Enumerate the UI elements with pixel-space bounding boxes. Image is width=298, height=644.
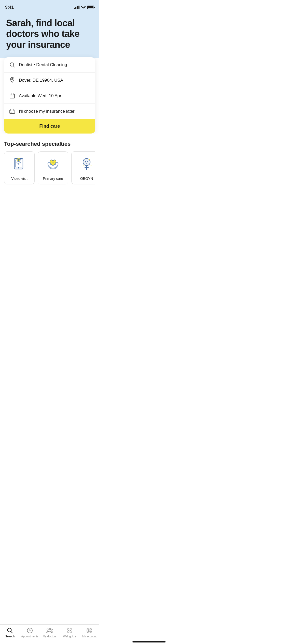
svg-rect-7 xyxy=(10,110,15,113)
svg-point-28 xyxy=(83,165,84,166)
status-time: 9:41 xyxy=(5,5,14,10)
insurance-icon xyxy=(9,108,15,114)
svg-point-16 xyxy=(19,162,20,163)
svg-point-25 xyxy=(87,161,88,162)
location-icon xyxy=(9,77,15,83)
primary-care-icon xyxy=(44,156,62,173)
specialty-label-video-visit: Video visit xyxy=(11,177,28,181)
obgyn-icon: ✦ xyxy=(78,156,95,173)
specialty-value: Dentist • Dental Cleaning xyxy=(19,62,67,67)
insurance-value: I'll choose my insurance later xyxy=(19,109,75,114)
date-row[interactable]: Available Wed, 10 Apr xyxy=(4,88,95,104)
svg-point-23 xyxy=(83,158,90,166)
svg-text:✦: ✦ xyxy=(90,165,92,167)
battery-icon xyxy=(87,6,94,9)
specialty-label-primary-care: Primary care xyxy=(43,177,63,181)
svg-point-22 xyxy=(54,161,54,162)
insurance-row[interactable]: I'll choose my insurance later xyxy=(4,104,95,119)
specialties-list: Video visit xyxy=(4,151,95,184)
hero-section: Sarah, find local doctors who take your … xyxy=(0,13,99,58)
svg-point-24 xyxy=(85,161,86,162)
status-icons xyxy=(74,6,94,9)
svg-point-21 xyxy=(52,161,52,162)
specialty-label-obgyn: OBGYN xyxy=(80,177,93,181)
svg-point-29 xyxy=(89,159,90,160)
svg-line-1 xyxy=(13,66,15,67)
status-bar: 9:41 xyxy=(0,0,99,13)
svg-point-15 xyxy=(18,162,18,163)
location-row[interactable]: Dover, DE 19904, USA xyxy=(4,73,95,88)
find-care-button[interactable]: Find care xyxy=(4,119,95,134)
specialty-card-primary-care[interactable]: Primary care xyxy=(38,151,68,184)
specialties-section: Top-searched specialties xyxy=(0,134,99,188)
svg-rect-3 xyxy=(10,94,15,98)
date-value: Available Wed, 10 Apr xyxy=(19,93,61,98)
specialty-card-obgyn[interactable]: ✦ OBGYN xyxy=(71,151,95,184)
calendar-icon xyxy=(9,93,15,99)
video-visit-icon xyxy=(10,156,28,173)
hero-title: Sarah, find local doctors who take your … xyxy=(6,18,93,50)
search-icon xyxy=(9,62,15,68)
specialty-row[interactable]: Dentist • Dental Cleaning xyxy=(4,57,95,73)
svg-point-2 xyxy=(12,79,13,80)
specialty-card-video-visit[interactable]: Video visit xyxy=(4,151,35,184)
wifi-icon xyxy=(81,6,86,9)
location-value: Dover, DE 19904, USA xyxy=(19,78,63,83)
specialties-title: Top-searched specialties xyxy=(4,141,95,147)
signal-icon xyxy=(74,6,79,9)
search-card: Dentist • Dental Cleaning Dover, DE 1990… xyxy=(4,57,95,134)
